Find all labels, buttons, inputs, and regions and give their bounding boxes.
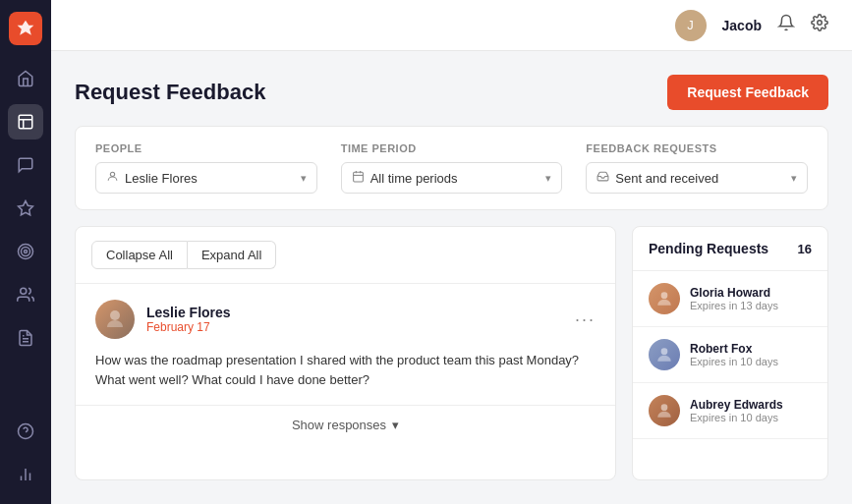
expand-all-button[interactable]: Expand All <box>188 241 276 269</box>
chevron-down-icon: ▾ <box>301 172 307 185</box>
feedback-filter-label: Feedback requests <box>586 142 808 154</box>
chevron-down-icon: ▾ <box>791 172 797 185</box>
person-icon <box>106 170 119 186</box>
pending-name: Gloria Howard <box>690 286 812 300</box>
page-title: Request Feedback <box>75 80 265 105</box>
feedback-filter-value: Sent and received <box>615 171 718 186</box>
svg-point-4 <box>25 251 28 253</box>
collapse-all-button[interactable]: Collapse All <box>91 241 188 269</box>
target-icon[interactable] <box>8 234 43 269</box>
pending-expires: Expires in 10 days <box>690 356 812 367</box>
feedback-filter-select[interactable]: Sent and received ▾ <box>586 162 808 194</box>
chevron-down-icon: ▾ <box>545 172 551 185</box>
pending-item[interactable]: Aubrey Edwards Expires in 10 days <box>633 383 827 439</box>
svg-rect-0 <box>19 115 32 129</box>
pending-avatar-gloria <box>649 283 680 314</box>
pending-title: Pending Requests <box>649 241 768 256</box>
time-filter-label: Time period <box>341 142 563 154</box>
pending-info-gloria: Gloria Howard Expires in 13 days <box>690 286 812 311</box>
pending-name: Robert Fox <box>690 342 812 356</box>
svg-point-5 <box>21 288 27 294</box>
feed-body-text: How was the roadmap presentation I share… <box>95 351 596 389</box>
pending-panel: Pending Requests 16 Gloria Howard Expire… <box>632 226 828 480</box>
pending-header: Pending Requests 16 <box>633 227 827 271</box>
more-options-icon[interactable]: ··· <box>575 309 596 330</box>
username: Jacob <box>722 18 762 33</box>
time-filter-value: All time periods <box>370 171 458 186</box>
pending-item[interactable]: Robert Fox Expires in 10 days <box>633 327 827 383</box>
header: J Jacob <box>51 0 852 51</box>
filter-bar: People Leslie Flores ▾ Time period <box>75 126 828 210</box>
people-filter-group: People Leslie Flores ▾ <box>95 142 317 194</box>
feed-avatar <box>95 300 135 339</box>
feedback-filter-group: Feedback requests Sent and received ▾ <box>586 142 808 194</box>
feed-meta: Leslie Flores February 17 <box>146 305 563 334</box>
pending-item[interactable]: Gloria Howard Expires in 13 days <box>633 271 827 327</box>
show-responses-label: Show responses <box>292 418 386 432</box>
svg-point-22 <box>661 404 668 411</box>
feed-author-name: Leslie Flores <box>146 305 563 320</box>
calendar-icon <box>352 170 365 186</box>
feedback-icon[interactable] <box>8 104 43 140</box>
svg-point-19 <box>110 310 120 320</box>
people-filter-select[interactable]: Leslie Flores ▾ <box>95 162 317 194</box>
pending-info-aubrey: Aubrey Edwards Expires in 10 days <box>690 398 812 423</box>
pending-avatar-robert <box>649 339 680 370</box>
home-icon[interactable] <box>8 61 43 96</box>
pending-info-robert: Robert Fox Expires in 10 days <box>690 342 812 367</box>
avatar: J <box>675 10 707 41</box>
notification-bell-icon[interactable] <box>777 14 795 36</box>
svg-point-20 <box>661 292 668 299</box>
gear-icon[interactable] <box>811 14 828 36</box>
page-title-row: Request Feedback Request Feedback <box>75 75 828 110</box>
people-filter-label: People <box>95 142 317 154</box>
sidebar <box>0 0 51 504</box>
pending-expires: Expires in 13 days <box>690 300 812 311</box>
help-icon[interactable] <box>8 414 43 449</box>
chat-icon[interactable] <box>8 147 43 183</box>
main-area: J Jacob Request Feedback Request Feedbac… <box>51 0 852 504</box>
pending-avatar-aubrey <box>649 395 680 426</box>
svg-point-14 <box>110 172 114 176</box>
pending-expires: Expires in 10 days <box>690 412 812 423</box>
star-icon[interactable] <box>8 191 43 226</box>
pending-count: 16 <box>798 242 812 256</box>
content-area: Request Feedback Request Feedback People… <box>51 51 852 504</box>
inbox-icon <box>596 170 609 186</box>
app-logo[interactable] <box>9 12 42 45</box>
feed-panel: Collapse All Expand All Leslie Flores Fe… <box>75 226 616 480</box>
svg-rect-15 <box>353 172 363 182</box>
svg-point-3 <box>22 248 30 256</box>
analytics-icon[interactable] <box>8 457 43 492</box>
people-icon[interactable] <box>8 277 43 312</box>
time-filter-group: Time period All time periods ▾ <box>341 142 563 194</box>
time-filter-select[interactable]: All time periods ▾ <box>341 162 563 194</box>
report-icon[interactable] <box>8 320 43 356</box>
avatar-image <box>95 300 135 339</box>
chevron-down-icon: ▾ <box>392 418 399 432</box>
feed-item: Leslie Flores February 17 ··· How was th… <box>76 284 615 460</box>
people-filter-value: Leslie Flores <box>125 171 198 186</box>
svg-marker-1 <box>19 201 33 215</box>
svg-point-13 <box>818 21 823 26</box>
svg-point-21 <box>661 348 668 355</box>
feed-date: February 17 <box>146 320 563 334</box>
feed-item-header: Leslie Flores February 17 ··· <box>95 300 596 339</box>
request-feedback-button[interactable]: Request Feedback <box>667 75 828 110</box>
bottom-area: Collapse All Expand All Leslie Flores Fe… <box>75 226 828 480</box>
pending-name: Aubrey Edwards <box>690 398 812 412</box>
show-responses-button[interactable]: Show responses ▾ <box>95 406 596 444</box>
feed-toolbar: Collapse All Expand All <box>76 227 615 284</box>
